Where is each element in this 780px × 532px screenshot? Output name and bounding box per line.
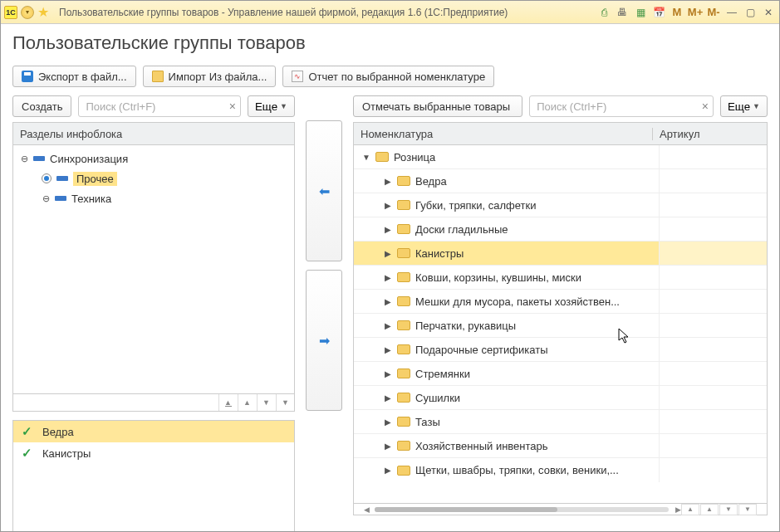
tree-row[interactable]: ▶Ковши, корзины, кувшины, миски [354, 266, 767, 290]
expand-icon[interactable]: ▶ [384, 201, 392, 210]
expand-icon[interactable]: ▶ [384, 369, 392, 378]
tree-row[interactable]: ▶Перчатки, рукавицы [354, 314, 767, 338]
tree-row[interactable]: ▶Тазы [354, 410, 767, 434]
create-button[interactable]: Создать [12, 95, 71, 117]
nomenclature-tree[interactable]: ▼ Розница ▶Ведра▶Губки, тряпки, салфетки… [353, 145, 768, 504]
folder-icon [397, 200, 410, 210]
nav-down-icon[interactable]: ▼ [257, 394, 275, 411]
folder-icon [397, 296, 410, 306]
tree-item[interactable]: Прочее [13, 168, 294, 188]
tree-row-label: Перчатки, рукавицы [415, 320, 516, 332]
import-button[interactable]: Импорт Из файла... [143, 66, 277, 87]
tree-root-row[interactable]: ▼ Розница [354, 145, 767, 169]
tree-row-label: Губки, тряпки, салфетки [415, 199, 536, 212]
tree-row-label: Тазы [415, 416, 440, 428]
tree-row[interactable]: ▶Ведра [354, 169, 767, 193]
col-name-header: Номенклатура [361, 128, 433, 140]
tree-row[interactable]: ▶Губки, тряпки, салфетки [354, 193, 767, 217]
expand-icon[interactable]: ▶ [384, 249, 392, 258]
mark-selected-button[interactable]: Отмечать выбранные товары [353, 95, 522, 117]
folder-icon [397, 272, 410, 282]
export-label: Экспорт в файл... [38, 71, 127, 83]
report-button[interactable]: ∿ Отчет по выбранной номенклатуре [282, 66, 494, 87]
tree-row[interactable]: ▶Доски гладильные [354, 217, 767, 242]
m-button[interactable]: M [670, 5, 684, 20]
dropdown-icon[interactable]: ▾ [21, 6, 34, 19]
nav-up-icon[interactable]: ▲ [700, 504, 719, 515]
sections-tree[interactable]: ⊖ Синхронизация Прочее ⊖ Техника [12, 145, 295, 394]
nav-down-icon[interactable]: ▼ [719, 504, 738, 515]
star-icon[interactable]: ★ [37, 4, 49, 20]
left-search-input[interactable] [78, 95, 241, 117]
expand-icon[interactable]: ▶ [384, 466, 392, 475]
grid-icon[interactable]: ▦ [633, 5, 648, 20]
move-left-button[interactable]: ⬅ [306, 120, 342, 261]
import-label: Импорт Из файла... [169, 71, 267, 83]
selected-item[interactable]: ✓ Канистры [13, 442, 294, 464]
expand-icon[interactable]: ▶ [384, 442, 392, 451]
expand-icon[interactable]: ▼ [362, 153, 370, 162]
tree-row-label: Доски гладильные [415, 223, 508, 236]
tree-row-label: Ковши, корзины, кувшины, миски [415, 271, 581, 284]
right-more-button[interactable]: Еще▼ [720, 95, 768, 117]
nav-up-icon[interactable]: ▲ [238, 394, 256, 411]
horizontal-scrollbar[interactable]: ◀ ▶ ▲ ▲ ▼ ▼ [353, 504, 768, 515]
nav-top-icon[interactable]: ▲ [218, 394, 237, 411]
item-icon [56, 176, 68, 181]
tree-row[interactable]: ▶Сушилки [354, 386, 767, 410]
check-icon: ✓ [22, 424, 32, 439]
tree-row-label: Ведра [415, 175, 447, 188]
expand-icon[interactable]: ▶ [384, 417, 392, 427]
tree-label: Синхронизация [50, 153, 128, 165]
tree-row[interactable]: ▶Подарочные сертификаты [354, 338, 767, 362]
expand-icon[interactable]: ▶ [384, 273, 392, 282]
expand-icon[interactable]: ▶ [384, 177, 392, 186]
selected-item-label: Канистры [42, 447, 91, 460]
export-button[interactable]: Экспорт в файл... [12, 66, 136, 87]
right-search-input[interactable] [529, 95, 714, 117]
tree-row-label: Мешки для мусора, пакеты хозяйствен... [415, 295, 620, 308]
tree-label: Прочее [73, 172, 117, 186]
move-right-button[interactable]: ➡ [306, 270, 342, 411]
print-icon[interactable]: 🖶 [615, 5, 630, 20]
page-title: Пользовательские группы товаров [12, 32, 768, 54]
nav-bottom-icon[interactable]: ▼ [738, 504, 757, 515]
tree-row[interactable]: ▶Канистры [354, 242, 767, 266]
restore-button[interactable]: ▢ [743, 5, 758, 20]
tree-row[interactable]: ▶Хозяйственный инвентарь [354, 434, 767, 458]
tree-row[interactable]: ▶Щетки, швабры, тряпки, совки, веники,..… [354, 458, 767, 482]
left-more-button[interactable]: Еще▼ [248, 95, 295, 117]
tree-row[interactable]: ▶Мешки для мусора, пакеты хозяйствен... [354, 290, 767, 314]
collapse-icon[interactable]: ⊖ [42, 193, 50, 204]
tree-row[interactable]: ▶Стремянки [354, 362, 767, 386]
tree-root[interactable]: ⊖ Синхронизация [13, 149, 294, 168]
expand-icon[interactable]: ▶ [384, 321, 392, 330]
folder-icon [397, 368, 410, 378]
selected-list[interactable]: ✓ Ведра ✓ Канистры [12, 420, 295, 532]
expand-icon[interactable]: ▶ [384, 345, 392, 354]
close-button[interactable]: ✕ [761, 5, 776, 20]
tree-item[interactable]: ⊖ Техника [13, 188, 294, 208]
clear-search-icon[interactable]: × [702, 100, 709, 113]
folder-icon [397, 176, 410, 186]
m-minus-button[interactable]: M- [706, 5, 721, 20]
collapse-icon[interactable]: ⊖ [20, 154, 28, 164]
radio-selected-icon[interactable] [42, 173, 52, 183]
tree-row-label: Сушилки [415, 392, 460, 404]
nav-bottom-icon[interactable]: ▼ [276, 394, 294, 411]
m-plus-button[interactable]: M+ [688, 5, 703, 20]
save-icon[interactable]: ⎙ [596, 5, 611, 20]
nav-top-icon[interactable]: ▲ [681, 504, 699, 515]
minimize-button[interactable]: — [724, 5, 739, 20]
expand-icon[interactable]: ▶ [384, 225, 392, 234]
expand-icon[interactable]: ▶ [384, 297, 392, 306]
folder-icon [397, 320, 410, 330]
clear-search-icon[interactable]: × [229, 100, 236, 113]
left-panel-header: Разделы инфоблока [12, 122, 295, 145]
selected-item[interactable]: ✓ Ведра [13, 421, 294, 442]
calendar-icon[interactable]: 📅 [651, 5, 666, 20]
col-art-header: Артикул [652, 128, 760, 140]
window-title: Пользовательские группы товаров - Управл… [59, 7, 508, 18]
tree-nav-buttons: ▲ ▲ ▼ ▼ [12, 394, 295, 412]
expand-icon[interactable]: ▶ [384, 393, 392, 403]
